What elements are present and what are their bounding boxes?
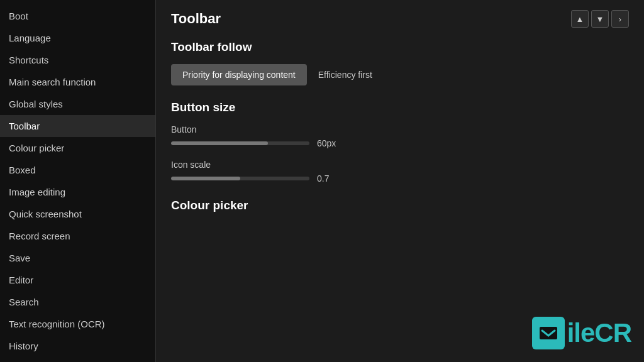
icon-scale-slider-track bbox=[171, 177, 309, 180]
sidebar-item-image-editing[interactable]: Image editing bbox=[0, 181, 155, 203]
button-slider-track bbox=[171, 141, 309, 145]
button-size-section: Button size Button 60px Icon scale 0.7 bbox=[171, 101, 629, 184]
colour-picker-title: Colour picker bbox=[171, 199, 629, 212]
sidebar-item-global-styles[interactable]: Global styles bbox=[0, 93, 155, 115]
page-title: Toolbar bbox=[171, 11, 221, 27]
nav-more-button[interactable]: › bbox=[611, 10, 629, 28]
sidebar: BootLanguageShortcutsMain search functio… bbox=[0, 0, 156, 362]
sidebar-item-shortcuts[interactable]: Shortcuts bbox=[0, 49, 155, 71]
sidebar-item-editor[interactable]: Editor bbox=[0, 269, 155, 291]
watermark-svg bbox=[537, 322, 560, 344]
svg-rect-0 bbox=[540, 327, 557, 339]
icon-scale-label: Icon scale bbox=[171, 160, 629, 170]
toolbar-follow-title: Toolbar follow bbox=[171, 40, 629, 54]
button-slider-value: 60px bbox=[317, 138, 336, 148]
priority-content-button[interactable]: Priority for displaying content bbox=[171, 64, 307, 85]
nav-up-button[interactable]: ▲ bbox=[571, 10, 589, 28]
watermark-icon bbox=[532, 317, 565, 349]
icon-scale-slider-container: 0.7 bbox=[171, 173, 629, 184]
sidebar-item-boxed[interactable]: Boxed bbox=[0, 159, 155, 181]
watermark: ileCR bbox=[532, 317, 631, 349]
main-content: Toolbar ▲ ▼ › Toolbar follow Priority fo… bbox=[156, 0, 644, 362]
watermark-text: ileCR bbox=[567, 318, 631, 348]
button-size-title: Button size bbox=[171, 101, 629, 114]
sidebar-item-colour-picker[interactable]: Colour picker bbox=[0, 137, 155, 159]
sidebar-item-history[interactable]: History bbox=[0, 335, 155, 357]
sidebar-item-toolbar[interactable]: Toolbar bbox=[0, 115, 155, 137]
button-slider-row: Button 60px bbox=[171, 124, 629, 148]
icon-scale-slider-row: Icon scale 0.7 bbox=[171, 160, 629, 184]
toolbar-follow-section: Toolbar follow Priority for displaying c… bbox=[171, 40, 629, 85]
sidebar-item-search[interactable]: Search bbox=[0, 291, 155, 313]
button-slider-container: 60px bbox=[171, 138, 629, 148]
nav-arrows: ▲ ▼ › bbox=[571, 10, 629, 28]
icon-scale-slider-fill bbox=[171, 177, 240, 180]
nav-down-button[interactable]: ▼ bbox=[591, 10, 609, 28]
sidebar-item-save[interactable]: Save bbox=[0, 247, 155, 269]
sidebar-item-text-recognition[interactable]: Text recognition (OCR) bbox=[0, 313, 155, 335]
top-bar: Toolbar ▲ ▼ › bbox=[171, 10, 629, 28]
colour-picker-section: Colour picker bbox=[171, 199, 629, 212]
efficiency-first-button[interactable]: Efficiency first bbox=[307, 64, 384, 85]
icon-scale-slider-value: 0.7 bbox=[317, 173, 329, 184]
button-slider-label: Button bbox=[171, 124, 629, 134]
sidebar-item-boot[interactable]: Boot bbox=[0, 5, 155, 27]
button-slider-fill bbox=[171, 141, 268, 145]
sidebar-item-language[interactable]: Language bbox=[0, 27, 155, 49]
sidebar-item-record-screen[interactable]: Record screen bbox=[0, 225, 155, 247]
toolbar-follow-toggle-group: Priority for displaying content Efficien… bbox=[171, 64, 629, 85]
sidebar-item-main-search[interactable]: Main search function bbox=[0, 71, 155, 93]
sidebar-item-quick-screenshot[interactable]: Quick screenshot bbox=[0, 203, 155, 225]
